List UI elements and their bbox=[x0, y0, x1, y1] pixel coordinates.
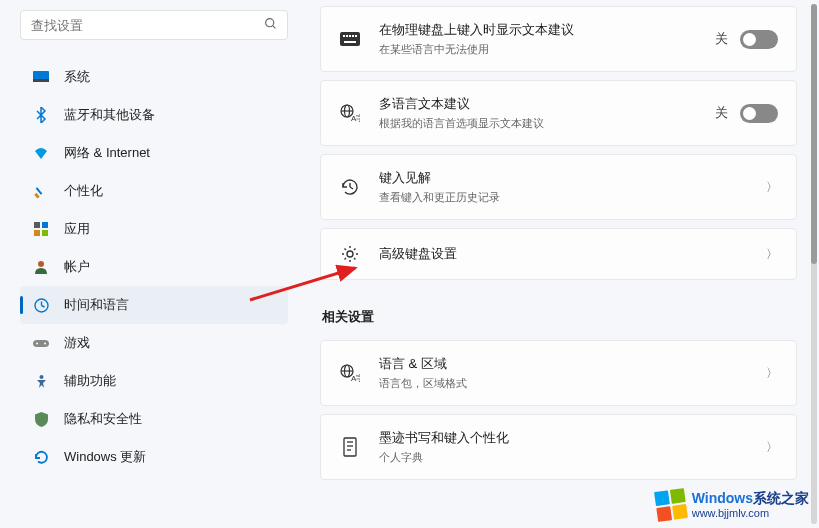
watermark-url: www.bjjmlv.com bbox=[692, 507, 809, 520]
accounts-icon bbox=[32, 258, 50, 276]
language-icon: A字 bbox=[339, 362, 361, 384]
card-subtitle: 语言包，区域格式 bbox=[379, 376, 766, 391]
keyboard-icon bbox=[339, 28, 361, 50]
svg-rect-8 bbox=[34, 230, 40, 236]
card-subtitle: 个人字典 bbox=[379, 450, 766, 465]
watermark-brand: Windows bbox=[692, 490, 753, 506]
sidebar-item-label: 应用 bbox=[64, 220, 90, 238]
card-inking[interactable]: 墨迹书写和键入个性化 个人字典 〉 bbox=[320, 414, 797, 480]
svg-rect-6 bbox=[34, 222, 40, 228]
scrollbar-thumb[interactable] bbox=[811, 4, 817, 264]
svg-text:A字: A字 bbox=[351, 114, 360, 122]
svg-point-31 bbox=[347, 251, 353, 257]
search-input[interactable] bbox=[31, 18, 264, 33]
toggle-state-label: 关 bbox=[715, 30, 728, 48]
scrollbar[interactable] bbox=[811, 4, 817, 524]
svg-line-1 bbox=[273, 26, 275, 28]
sidebar-item-time-language[interactable]: 时间和语言 bbox=[20, 286, 288, 324]
card-language-region[interactable]: A字 语言 & 区域 语言包，区域格式 〉 bbox=[320, 340, 797, 406]
svg-point-16 bbox=[44, 342, 46, 344]
svg-rect-9 bbox=[42, 230, 48, 236]
sidebar: 系统 蓝牙和其他设备 网络 & Internet 个性化 应用 帐户 bbox=[0, 0, 300, 528]
gaming-icon bbox=[32, 334, 50, 352]
svg-point-17 bbox=[39, 375, 43, 379]
system-icon bbox=[32, 68, 50, 86]
card-typing-insights[interactable]: 键入见解 查看键入和更正历史记录 〉 bbox=[320, 154, 797, 220]
sidebar-item-apps[interactable]: 应用 bbox=[20, 210, 288, 248]
svg-rect-36 bbox=[344, 438, 356, 456]
chevron-right-icon: 〉 bbox=[766, 179, 778, 196]
apps-icon bbox=[32, 220, 50, 238]
section-heading-related: 相关设置 bbox=[322, 308, 797, 326]
sidebar-item-label: 蓝牙和其他设备 bbox=[64, 106, 155, 124]
sidebar-item-label: 时间和语言 bbox=[64, 296, 129, 314]
card-subtitle: 根据我的语言首选项显示文本建议 bbox=[379, 116, 715, 131]
card-title: 语言 & 区域 bbox=[379, 355, 766, 373]
accessibility-icon bbox=[32, 372, 50, 390]
privacy-icon bbox=[32, 410, 50, 428]
svg-rect-19 bbox=[343, 35, 345, 37]
sidebar-item-gaming[interactable]: 游戏 bbox=[20, 324, 288, 362]
time-language-icon bbox=[32, 296, 50, 314]
sidebar-item-label: 隐私和安全性 bbox=[64, 410, 142, 428]
svg-rect-7 bbox=[42, 222, 48, 228]
card-multilingual[interactable]: A字 多语言文本建议 根据我的语言首选项显示文本建议 关 bbox=[320, 80, 797, 146]
history-icon bbox=[339, 176, 361, 198]
card-title: 键入见解 bbox=[379, 169, 766, 187]
svg-rect-23 bbox=[355, 35, 357, 37]
svg-rect-20 bbox=[346, 35, 348, 37]
chevron-right-icon: 〉 bbox=[766, 439, 778, 456]
sidebar-item-label: 系统 bbox=[64, 68, 90, 86]
sidebar-item-label: Windows 更新 bbox=[64, 448, 146, 466]
multilang-icon: A字 bbox=[339, 102, 361, 124]
search-icon bbox=[264, 17, 277, 33]
gear-icon bbox=[339, 243, 361, 265]
personalization-icon bbox=[32, 182, 50, 200]
ink-icon bbox=[339, 436, 361, 458]
svg-point-15 bbox=[36, 342, 38, 344]
nav-list: 系统 蓝牙和其他设备 网络 & Internet 个性化 应用 帐户 bbox=[20, 58, 300, 476]
card-title: 多语言文本建议 bbox=[379, 95, 715, 113]
chevron-right-icon: 〉 bbox=[766, 365, 778, 382]
card-advanced-keyboard[interactable]: 高级键盘设置 〉 bbox=[320, 228, 797, 280]
sidebar-item-label: 辅助功能 bbox=[64, 372, 116, 390]
svg-rect-22 bbox=[352, 35, 354, 37]
network-icon bbox=[32, 144, 50, 162]
sidebar-item-update[interactable]: Windows 更新 bbox=[20, 438, 288, 476]
sidebar-item-accounts[interactable]: 帐户 bbox=[20, 248, 288, 286]
sidebar-item-label: 个性化 bbox=[64, 182, 103, 200]
svg-rect-14 bbox=[33, 340, 49, 347]
svg-text:A字: A字 bbox=[351, 374, 360, 382]
card-title: 高级键盘设置 bbox=[379, 245, 766, 263]
card-title: 墨迹书写和键入个性化 bbox=[379, 429, 766, 447]
sidebar-item-privacy[interactable]: 隐私和安全性 bbox=[20, 400, 288, 438]
sidebar-item-bluetooth[interactable]: 蓝牙和其他设备 bbox=[20, 96, 288, 134]
svg-point-10 bbox=[38, 261, 44, 267]
sidebar-item-network[interactable]: 网络 & Internet bbox=[20, 134, 288, 172]
toggle-switch[interactable] bbox=[740, 30, 778, 49]
sidebar-item-personalization[interactable]: 个性化 bbox=[20, 172, 288, 210]
update-icon bbox=[32, 448, 50, 466]
bluetooth-icon bbox=[32, 106, 50, 124]
sidebar-item-label: 网络 & Internet bbox=[64, 144, 150, 162]
svg-line-30 bbox=[350, 187, 353, 189]
watermark: Windows系统之家 www.bjjmlv.com bbox=[656, 490, 809, 520]
sidebar-item-accessibility[interactable]: 辅助功能 bbox=[20, 362, 288, 400]
sidebar-item-label: 帐户 bbox=[64, 258, 90, 276]
chevron-right-icon: 〉 bbox=[766, 246, 778, 263]
search-box[interactable] bbox=[20, 10, 288, 40]
sidebar-item-label: 游戏 bbox=[64, 334, 90, 352]
svg-rect-21 bbox=[349, 35, 351, 37]
svg-rect-4 bbox=[34, 193, 40, 199]
sidebar-item-system[interactable]: 系统 bbox=[20, 58, 288, 96]
card-text-suggestions[interactable]: 在物理键盘上键入时显示文本建议 在某些语言中无法使用 关 bbox=[320, 6, 797, 72]
svg-point-0 bbox=[266, 19, 274, 27]
toggle-state-label: 关 bbox=[715, 104, 728, 122]
svg-rect-18 bbox=[340, 32, 360, 46]
svg-line-13 bbox=[41, 305, 44, 307]
svg-rect-3 bbox=[33, 79, 49, 82]
svg-rect-24 bbox=[344, 41, 356, 43]
windows-logo-icon bbox=[654, 488, 688, 522]
toggle-switch[interactable] bbox=[740, 104, 778, 123]
card-title: 在物理键盘上键入时显示文本建议 bbox=[379, 21, 715, 39]
